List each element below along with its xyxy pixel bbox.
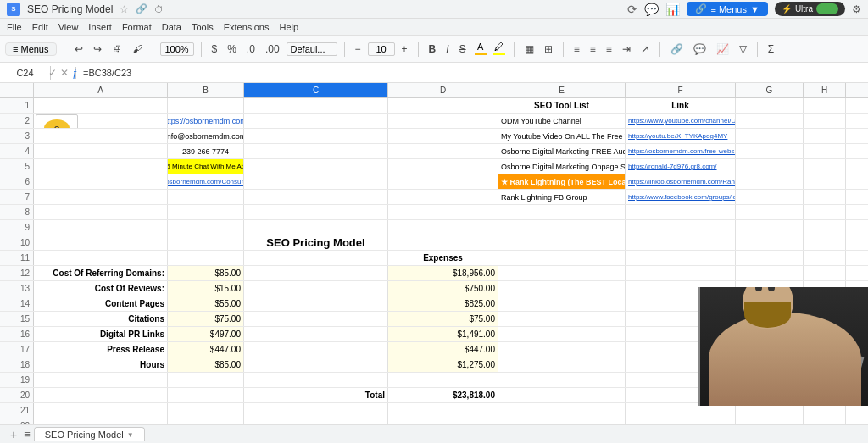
cell-e14[interactable]	[498, 296, 626, 311]
menu-view[interactable]: View	[58, 22, 79, 32]
cell-f8[interactable]	[626, 205, 736, 219]
cell-c21[interactable]	[244, 403, 388, 418]
cell-e20[interactable]	[498, 388, 626, 402]
functions-button[interactable]: Σ	[765, 42, 777, 57]
cell-b1[interactable]	[168, 98, 244, 113]
cell-a11[interactable]	[34, 251, 168, 265]
cell-g7[interactable]	[736, 190, 804, 204]
formula-input[interactable]: =BC38/C23	[76, 66, 868, 80]
cell-h22[interactable]	[804, 418, 846, 424]
menu-format[interactable]: Format	[122, 22, 152, 32]
cell-h7[interactable]	[804, 190, 846, 204]
strikethrough-button[interactable]: S	[456, 42, 470, 57]
cell-d10[interactable]	[388, 235, 498, 250]
cell-c14[interactable]	[244, 296, 388, 311]
redo-button[interactable]: ↪	[90, 42, 105, 57]
cell-g4[interactable]	[736, 144, 804, 158]
cell-d18[interactable]: $1,275.00	[388, 357, 498, 372]
chart-button[interactable]: 📈	[713, 42, 732, 57]
cell-e5[interactable]: Osborne Digital Marketing Onpage SEO Che…	[498, 159, 626, 174]
italic-button[interactable]: I	[442, 42, 452, 57]
cell-a9[interactable]	[34, 220, 168, 235]
cell-d8[interactable]	[388, 205, 498, 219]
cell-c13[interactable]	[244, 281, 388, 296]
cell-h9[interactable]	[804, 220, 846, 235]
cell-d11[interactable]: Expenses	[388, 251, 498, 265]
cell-g10[interactable]	[736, 235, 804, 250]
cell-b14[interactable]: $55.00	[168, 296, 244, 311]
cell-e15[interactable]	[498, 312, 626, 326]
cell-c11[interactable]	[244, 251, 388, 265]
cell-g11[interactable]	[736, 251, 804, 265]
cell-d1[interactable]	[388, 98, 498, 113]
col-header-d[interactable]: D	[388, 83, 498, 97]
cell-f22[interactable]	[626, 418, 736, 424]
cell-e9[interactable]	[498, 220, 626, 235]
cell-a10[interactable]	[34, 235, 168, 250]
filter-button[interactable]: ▽	[736, 42, 750, 57]
cell-g8[interactable]	[736, 205, 804, 219]
cell-b22[interactable]	[168, 418, 244, 424]
cell-d7[interactable]	[388, 190, 498, 204]
cell-c17[interactable]	[244, 342, 388, 357]
cell-a1[interactable]	[34, 98, 168, 113]
cell-g2[interactable]	[736, 114, 804, 128]
col-header-c[interactable]: C	[244, 83, 388, 97]
present-icon[interactable]: 📊	[665, 3, 680, 16]
cell-c8[interactable]	[244, 205, 388, 219]
cell-d6[interactable]	[388, 174, 498, 189]
cell-d5[interactable]	[388, 159, 498, 174]
cell-c1[interactable]	[244, 98, 388, 113]
cell-a3[interactable]	[34, 129, 168, 143]
highlight-color-button[interactable]: 🖊	[492, 42, 507, 57]
cell-e4[interactable]: Osborne Digital Marketing FREE Audit	[498, 144, 626, 158]
wrap-button[interactable]: ⇥	[619, 42, 634, 57]
font-color-button[interactable]: A	[473, 42, 488, 57]
cell-e3[interactable]: My Youtube Video On ALL The Free Tools	[498, 129, 626, 143]
cell-b4[interactable]: 239 266 7774	[168, 144, 244, 158]
cell-f9[interactable]	[626, 220, 736, 235]
cell-h8[interactable]	[804, 205, 846, 219]
cell-d4[interactable]	[388, 144, 498, 158]
cell-b2[interactable]: https://osbornemdm.com/	[168, 114, 244, 128]
cell-c22[interactable]	[244, 418, 388, 424]
cell-g12[interactable]	[736, 266, 804, 280]
cell-h5[interactable]	[804, 159, 846, 174]
cell-c5[interactable]	[244, 159, 388, 174]
cell-h11[interactable]	[804, 251, 846, 265]
cell-e22[interactable]	[498, 418, 626, 424]
col-header-b[interactable]: B	[168, 83, 244, 97]
cell-c4[interactable]	[244, 144, 388, 158]
star-icon[interactable]: ☆	[120, 3, 129, 15]
cell-f7[interactable]: https://www.facebook.com/groups/localseo…	[626, 190, 736, 204]
font-size-plus[interactable]: +	[398, 42, 411, 57]
font-size-minus[interactable]: −	[352, 42, 364, 57]
cell-h3[interactable]	[804, 129, 846, 143]
cell-a2[interactable]: O	[34, 114, 168, 128]
cell-a7[interactable]	[34, 190, 168, 204]
menu-extensions[interactable]: Extensions	[224, 22, 270, 32]
cell-b20[interactable]	[168, 388, 244, 402]
sheet-tab-seo-pricing-model[interactable]: SEO Pricing Model ▼	[34, 427, 145, 441]
cell-e12[interactable]	[498, 266, 626, 280]
cell-b10[interactable]	[168, 235, 244, 250]
history-btn[interactable]: ⟳	[627, 3, 637, 16]
cell-c6[interactable]	[244, 174, 388, 189]
cell-d12[interactable]: $18,956.00	[388, 266, 498, 280]
cell-d13[interactable]: $750.00	[388, 281, 498, 296]
font-size-input[interactable]: 10	[368, 42, 395, 56]
cell-b5[interactable]: ★ Book a FREE 15 Minute Chat With Me At …	[168, 159, 244, 174]
align-center[interactable]: ≡	[587, 42, 599, 57]
menu-help[interactable]: Help	[279, 22, 298, 32]
cell-c3[interactable]	[244, 129, 388, 143]
cell-a15[interactable]: Citations	[34, 312, 168, 326]
cell-e1[interactable]: SEO Tool List	[498, 98, 626, 113]
cell-a19[interactable]	[34, 373, 168, 387]
cell-e6[interactable]: ★ Rank Lightning (The BEST Local SEO Too…	[498, 174, 626, 189]
cell-c9[interactable]	[244, 220, 388, 235]
decimal-more-button[interactable]: .00	[262, 42, 283, 57]
cell-a4[interactable]	[34, 144, 168, 158]
rotate-button[interactable]: ↗	[637, 42, 653, 57]
cell-e13[interactable]	[498, 281, 626, 296]
borders-button[interactable]: ▦	[521, 42, 537, 57]
